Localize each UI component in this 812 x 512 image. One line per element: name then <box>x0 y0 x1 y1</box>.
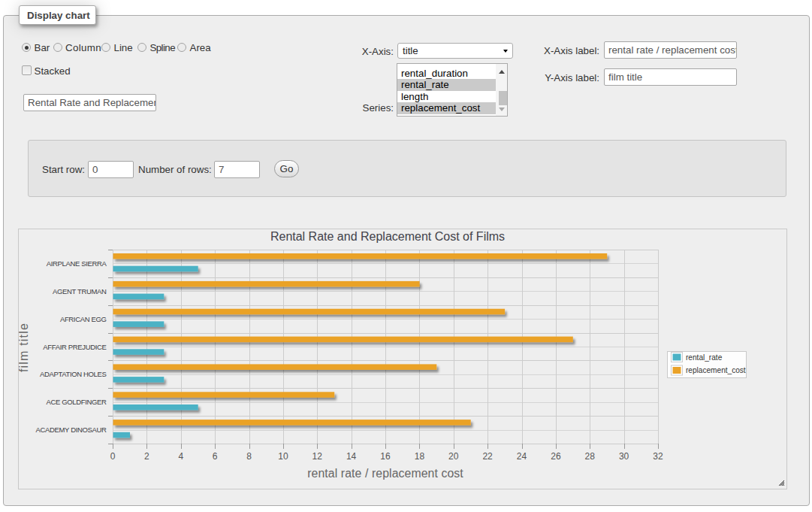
svg-text:ACE GOLDFINGER: ACE GOLDFINGER <box>46 398 107 406</box>
svg-text:4: 4 <box>178 451 183 462</box>
svg-text:24: 24 <box>517 451 527 462</box>
svg-text:28: 28 <box>585 451 596 462</box>
svg-text:film title: film title <box>19 323 30 372</box>
svg-text:26: 26 <box>551 451 561 462</box>
svg-text:Rental Rate and Replacement Co: Rental Rate and Replacement Cost of Film… <box>270 230 505 243</box>
svg-text:rental rate / replacement cost: rental rate / replacement cost <box>307 467 463 480</box>
svg-text:0: 0 <box>110 451 116 462</box>
svg-text:6: 6 <box>213 451 218 462</box>
svg-text:10: 10 <box>278 451 288 462</box>
svg-text:12: 12 <box>312 451 323 462</box>
svg-text:30: 30 <box>619 451 629 462</box>
svg-text:ADAPTATION HOLES: ADAPTATION HOLES <box>40 370 107 378</box>
svg-text:20: 20 <box>448 451 459 462</box>
svg-text:18: 18 <box>415 451 425 462</box>
svg-text:replacement_cost: replacement_cost <box>686 366 746 374</box>
svg-text:AGENT TRUMAN: AGENT TRUMAN <box>53 287 107 295</box>
svg-text:2: 2 <box>144 451 149 462</box>
svg-text:16: 16 <box>380 451 391 462</box>
svg-text:ACADEMY DINOSAUR: ACADEMY DINOSAUR <box>36 426 107 434</box>
svg-text:8: 8 <box>246 451 252 462</box>
svg-text:22: 22 <box>482 451 493 462</box>
svg-text:14: 14 <box>346 451 357 462</box>
svg-text:32: 32 <box>653 451 663 462</box>
svg-text:AFRICAN EGG: AFRICAN EGG <box>60 315 107 323</box>
svg-text:AIRPLANE SIERRA: AIRPLANE SIERRA <box>47 259 107 268</box>
svg-text:rental_rate: rental_rate <box>686 353 723 362</box>
svg-text:AFFAIR PREJUDICE: AFFAIR PREJUDICE <box>43 343 106 351</box>
